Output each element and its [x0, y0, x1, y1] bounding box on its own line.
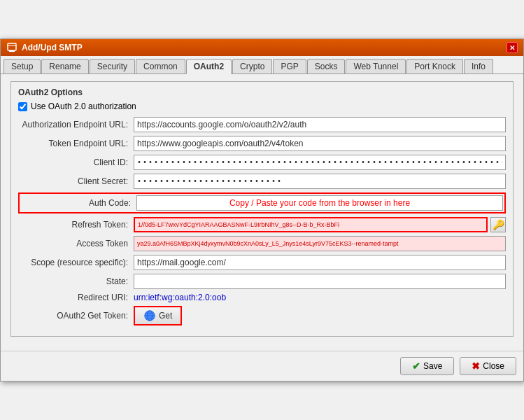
tab-socks[interactable]: Socks [307, 59, 346, 74]
client-secret-input[interactable] [134, 174, 506, 189]
client-id-row: Client ID: [18, 155, 506, 170]
access-token-row: Access Token [18, 236, 506, 251]
auth-endpoint-row: Authorization Endpoint URL: [18, 117, 506, 132]
window-icon [6, 42, 17, 53]
title-bar: Add/Upd SMTP ✕ [1, 39, 523, 56]
scope-row: Scope (resource specific): [18, 255, 506, 270]
tab-info[interactable]: Info [464, 59, 493, 74]
title-close-button[interactable]: ✕ [507, 42, 518, 53]
scope-label: Scope (resource specific): [18, 258, 134, 267]
refresh-token-input[interactable] [134, 217, 488, 232]
token-endpoint-label: Token Endpoint URL: [18, 139, 134, 148]
token-endpoint-input[interactable] [134, 136, 506, 151]
globe-icon [143, 309, 156, 322]
tab-pgp[interactable]: PGP [273, 59, 306, 74]
use-oauth-checkbox[interactable] [18, 102, 27, 111]
refresh-token-row: Refresh Token: 🔑 [18, 217, 506, 232]
get-token-row: OAuth2 Get Token: Get [18, 306, 506, 326]
auth-code-button[interactable]: Copy / Paste your code from the browser … [136, 195, 503, 211]
svg-rect-0 [8, 43, 16, 50]
auth-endpoint-input[interactable] [134, 117, 506, 132]
client-id-label: Client ID: [18, 158, 134, 167]
auth-code-row: Auth Code: Copy / Paste your code from t… [18, 192, 506, 214]
use-oauth-label: Use OAuth 2.0 authorization [31, 102, 136, 111]
client-secret-row: Client Secret: [18, 174, 506, 189]
redirect-uri-label: Redirect URI: [18, 293, 134, 302]
group-label: OAuth2 Options [18, 88, 506, 97]
tab-common[interactable]: Common [136, 59, 185, 74]
auth-endpoint-label: Authorization Endpoint URL: [18, 120, 134, 130]
tab-webtunnel[interactable]: Web Tunnel [346, 59, 406, 74]
get-token-btn-label: Get [159, 311, 172, 321]
refresh-token-button[interactable]: 🔑 [490, 217, 506, 232]
close-label: Close [483, 361, 504, 371]
save-check-icon: ✔ [412, 360, 420, 372]
title-bar-left: Add/Upd SMTP [6, 42, 83, 53]
refresh-token-wrapper: 🔑 [134, 217, 506, 232]
tab-security[interactable]: Security [90, 59, 135, 74]
tab-crypto[interactable]: Crypto [232, 59, 272, 74]
save-label: Save [423, 361, 442, 371]
close-button[interactable]: ✖ Close [460, 357, 516, 375]
client-secret-label: Client Secret: [18, 176, 134, 186]
main-window: Add/Upd SMTP ✕ Setup Rename Security Com… [0, 38, 524, 382]
svg-rect-2 [9, 50, 15, 52]
auth-code-label: Auth Code: [21, 198, 136, 208]
state-row: State: [18, 274, 506, 289]
get-token-button[interactable]: Get [134, 306, 182, 326]
redirect-uri-row: Redirect URI: urn:ietf:wg:oauth:2.0:oob [18, 293, 506, 302]
content-area: OAuth2 Options Use OAuth 2.0 authorizati… [1, 74, 523, 351]
save-button[interactable]: ✔ Save [400, 357, 454, 375]
tab-setup[interactable]: Setup [3, 59, 41, 74]
window-title: Add/Upd SMTP [22, 43, 83, 52]
tab-portknock[interactable]: Port Knock [406, 59, 463, 74]
access-token-input[interactable] [134, 236, 506, 251]
state-label: State: [18, 276, 134, 286]
refresh-token-label: Refresh Token: [18, 220, 134, 230]
close-x-icon: ✖ [472, 360, 480, 372]
use-oauth-row: Use OAuth 2.0 authorization [18, 102, 506, 111]
client-id-input[interactable] [134, 155, 506, 170]
get-token-label: OAuth2 Get Token: [18, 311, 134, 321]
tab-rename[interactable]: Rename [41, 59, 88, 74]
tab-bar: Setup Rename Security Common OAuth2 Cryp… [1, 56, 523, 74]
token-endpoint-row: Token Endpoint URL: [18, 136, 506, 151]
redirect-uri-value: urn:ietf:wg:oauth:2.0:oob [134, 293, 226, 302]
scope-input[interactable] [134, 255, 506, 270]
tab-oauth2[interactable]: OAuth2 [186, 59, 232, 74]
state-input[interactable] [134, 274, 506, 289]
footer: ✔ Save ✖ Close [1, 351, 523, 381]
oauth2-group: OAuth2 Options Use OAuth 2.0 authorizati… [10, 81, 514, 337]
access-token-label: Access Token [18, 239, 134, 248]
